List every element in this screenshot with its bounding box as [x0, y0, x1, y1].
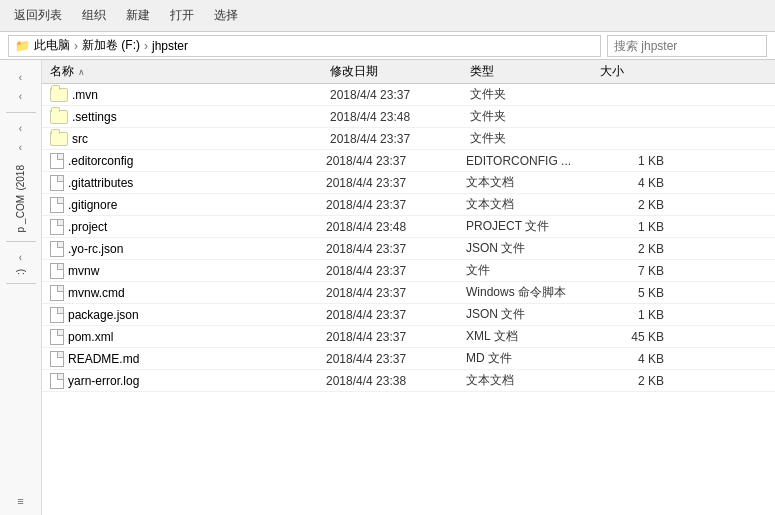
sep1: ›: [74, 39, 78, 53]
file-name: .project: [68, 220, 326, 234]
file-type: XML 文档: [466, 328, 596, 345]
table-row[interactable]: .project2018/4/4 23:48PROJECT 文件1 KB: [42, 216, 775, 238]
file-type: PROJECT 文件: [466, 218, 596, 235]
file-icon: [50, 241, 64, 257]
file-type: 文件夹: [470, 86, 600, 103]
address-folder[interactable]: jhpster: [152, 39, 188, 53]
sidebar-arrow-5[interactable]: ‹: [17, 250, 24, 265]
file-size: 2 KB: [596, 198, 676, 212]
file-date: 2018/4/4 23:37: [326, 242, 466, 256]
sidebar-text-com: _COM: [15, 195, 26, 224]
col-size-header[interactable]: 大小: [600, 63, 680, 80]
sidebar-arrow-4[interactable]: ‹: [17, 140, 24, 155]
file-icon: [50, 351, 64, 367]
table-row[interactable]: pom.xml2018/4/4 23:37XML 文档45 KB: [42, 326, 775, 348]
file-icon: [50, 285, 64, 301]
file-name: .gitattributes: [68, 176, 326, 190]
search-input[interactable]: [607, 35, 767, 57]
table-row[interactable]: src2018/4/4 23:37文件夹: [42, 128, 775, 150]
sidebar-text-emoji: :): [15, 269, 26, 275]
file-icon: [50, 263, 64, 279]
address-drive[interactable]: 新加卷 (F:): [82, 37, 140, 54]
file-date: 2018/4/4 23:38: [326, 374, 466, 388]
file-type: 文件夹: [470, 108, 600, 125]
sidebar-scroll-down[interactable]: ≡: [17, 495, 23, 507]
file-size: 1 KB: [596, 308, 676, 322]
file-name: .yo-rc.json: [68, 242, 326, 256]
table-row[interactable]: .editorconfig2018/4/4 23:37EDITORCONFIG …: [42, 150, 775, 172]
sep2: ›: [144, 39, 148, 53]
file-list: .mvn2018/4/4 23:37文件夹.settings2018/4/4 2…: [42, 84, 775, 392]
sidebar-arrow-1[interactable]: ‹: [17, 70, 24, 85]
open-button[interactable]: 打开: [162, 5, 202, 26]
sidebar-divider-3: [6, 283, 36, 284]
table-row[interactable]: package.json2018/4/4 23:37JSON 文件1 KB: [42, 304, 775, 326]
file-date: 2018/4/4 23:48: [326, 220, 466, 234]
table-row[interactable]: .mvn2018/4/4 23:37文件夹: [42, 84, 775, 106]
file-date: 2018/4/4 23:37: [326, 176, 466, 190]
organize-button[interactable]: 组织: [74, 5, 114, 26]
table-row[interactable]: README.md2018/4/4 23:37MD 文件4 KB: [42, 348, 775, 370]
back-button[interactable]: 返回列表: [6, 5, 70, 26]
file-type: 文件夹: [470, 130, 600, 147]
sidebar-divider-2: [6, 241, 36, 242]
address-pc: 📁: [15, 39, 30, 53]
col-type-header[interactable]: 类型: [470, 63, 600, 80]
sidebar-text-1: (2018: [15, 165, 26, 191]
table-row[interactable]: .gitattributes2018/4/4 23:37文本文档4 KB: [42, 172, 775, 194]
select-button[interactable]: 选择: [206, 5, 246, 26]
file-name: .settings: [72, 110, 330, 124]
sidebar-arrow-3[interactable]: ‹: [17, 121, 24, 136]
col-name-header[interactable]: 名称 ∧: [50, 63, 330, 80]
file-name: README.md: [68, 352, 326, 366]
address-path[interactable]: 📁 此电脑 › 新加卷 (F:) › jhpster: [8, 35, 601, 57]
table-row[interactable]: .yo-rc.json2018/4/4 23:37JSON 文件2 KB: [42, 238, 775, 260]
file-area[interactable]: 名称 ∧ 修改日期 类型 大小 .mvn2018/4/4 23:37文件夹.se…: [42, 60, 775, 515]
file-type: MD 文件: [466, 350, 596, 367]
new-button[interactable]: 新建: [118, 5, 158, 26]
toolbar: 返回列表 组织 新建 打开 选择: [0, 0, 775, 32]
file-date: 2018/4/4 23:37: [326, 264, 466, 278]
file-date: 2018/4/4 23:37: [330, 132, 470, 146]
file-type: 文本文档: [466, 372, 596, 389]
file-size: 5 KB: [596, 286, 676, 300]
file-type: EDITORCONFIG ...: [466, 154, 596, 168]
file-type: JSON 文件: [466, 240, 596, 257]
file-type: 文本文档: [466, 174, 596, 191]
file-name: package.json: [68, 308, 326, 322]
folder-icon: [50, 88, 68, 102]
file-date: 2018/4/4 23:37: [326, 198, 466, 212]
col-date-header[interactable]: 修改日期: [330, 63, 470, 80]
file-date: 2018/4/4 23:37: [326, 286, 466, 300]
main-layout: ‹ ‹ ‹ ‹ (2018 _COM p ‹ :) ≡ 名称 ∧ 修改日期 类型…: [0, 60, 775, 515]
address-bar: 📁 此电脑 › 新加卷 (F:) › jhpster: [0, 32, 775, 60]
table-row[interactable]: mvnw2018/4/4 23:37文件7 KB: [42, 260, 775, 282]
file-icon: [50, 197, 64, 213]
sidebar: ‹ ‹ ‹ ‹ (2018 _COM p ‹ :) ≡: [0, 60, 42, 515]
file-name: mvnw: [68, 264, 326, 278]
table-row[interactable]: mvnw.cmd2018/4/4 23:37Windows 命令脚本5 KB: [42, 282, 775, 304]
file-name: .mvn: [72, 88, 330, 102]
table-row[interactable]: .gitignore2018/4/4 23:37文本文档2 KB: [42, 194, 775, 216]
table-row[interactable]: yarn-error.log2018/4/4 23:38文本文档2 KB: [42, 370, 775, 392]
file-date: 2018/4/4 23:37: [326, 308, 466, 322]
file-size: 45 KB: [596, 330, 676, 344]
file-icon: [50, 373, 64, 389]
file-size: 2 KB: [596, 374, 676, 388]
file-icon: [50, 219, 64, 235]
address-pc-label[interactable]: 此电脑: [34, 37, 70, 54]
file-size: 7 KB: [596, 264, 676, 278]
file-date: 2018/4/4 23:37: [326, 154, 466, 168]
folder-icon: [50, 132, 68, 146]
file-name: pom.xml: [68, 330, 326, 344]
file-type: JSON 文件: [466, 306, 596, 323]
folder-icon: [50, 110, 68, 124]
file-size: 2 KB: [596, 242, 676, 256]
file-type: 文本文档: [466, 196, 596, 213]
table-row[interactable]: .settings2018/4/4 23:48文件夹: [42, 106, 775, 128]
file-date: 2018/4/4 23:37: [326, 352, 466, 366]
file-size: 4 KB: [596, 176, 676, 190]
file-type: 文件: [466, 262, 596, 279]
sidebar-arrow-2[interactable]: ‹: [17, 89, 24, 104]
file-icon: [50, 307, 64, 323]
